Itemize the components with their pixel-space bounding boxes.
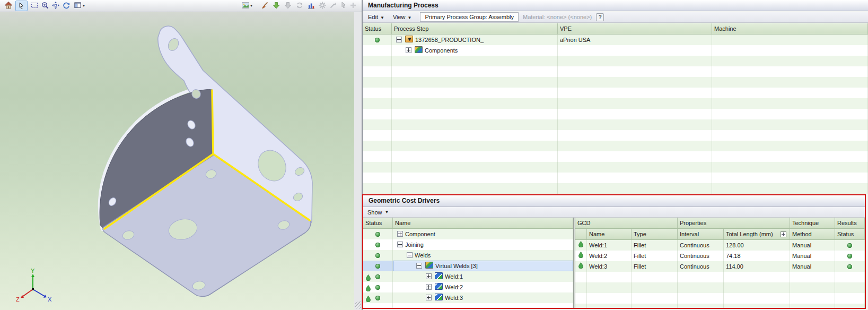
gcd-table-row xyxy=(575,304,865,309)
status-dot xyxy=(375,285,380,290)
right-panel-area: Manufacturing Process Edit▼ View▼ Primar… xyxy=(362,0,868,310)
plus-expander-icon[interactable] xyxy=(426,284,432,290)
gcd-group-results[interactable]: Results xyxy=(835,218,865,228)
status-dot xyxy=(375,243,380,247)
gcd-tree-row[interactable]: Weld:2 xyxy=(363,282,573,292)
weld-droplet-icon xyxy=(366,295,371,303)
marquee-zoom-icon[interactable] xyxy=(30,1,39,11)
home-icon[interactable] xyxy=(4,1,13,11)
weld-icon xyxy=(435,294,443,300)
gcd-panel-annotation: Geometric Cost Drivers Show▼ Status Name… xyxy=(362,194,866,309)
gcd-group-technique[interactable]: Technique xyxy=(790,218,835,228)
plus-expander-icon[interactable] xyxy=(397,231,403,237)
gcd-col-method[interactable]: Method xyxy=(790,229,835,239)
bar-chart-icon[interactable] xyxy=(307,1,316,11)
gcd-panel-title: Geometric Cost Drivers xyxy=(363,195,865,207)
minus-expander-icon[interactable] xyxy=(416,263,422,269)
status-dot xyxy=(847,254,852,259)
pointer-tag-icon[interactable] xyxy=(339,1,348,11)
mp-table-row xyxy=(363,119,868,130)
plus-expander-icon[interactable] xyxy=(406,47,411,53)
gcd-group-properties[interactable]: Properties xyxy=(678,218,790,228)
panel-splitter[interactable] xyxy=(354,12,362,310)
publish-down-arrow-icon[interactable] xyxy=(272,1,281,11)
sync-arrows-icon[interactable] xyxy=(295,1,304,11)
paintbrush-icon[interactable] xyxy=(260,1,269,11)
tree-item-label: Weld:1 xyxy=(445,273,463,280)
virtual-welds-icon xyxy=(425,262,433,269)
minus-expander-icon[interactable] xyxy=(407,252,413,258)
weld-droplet-icon xyxy=(366,273,371,282)
components-icon xyxy=(415,46,423,53)
weld-droplet-icon xyxy=(578,251,583,261)
process-group-button[interactable]: Primary Process Group: Assembly xyxy=(420,12,519,22)
gcd-tree-col-name[interactable]: Name xyxy=(393,218,573,228)
weld-droplet-icon xyxy=(366,284,371,292)
zoom-region-icon[interactable] xyxy=(41,1,50,11)
material-label: Material: <none> (<none>) xyxy=(523,14,592,20)
gcd-tree-row xyxy=(363,303,573,309)
gcd-show-menu[interactable]: Show▼ xyxy=(363,207,865,218)
3d-viewport-canvas[interactable]: Y Z X xyxy=(0,12,354,310)
mp-col-status[interactable]: Status xyxy=(363,23,392,34)
route-arrow-icon[interactable] xyxy=(329,1,338,11)
gcd-tree-col-status[interactable]: Status xyxy=(363,218,393,228)
gcd-tree-row-selected[interactable]: Virtual Welds [3] xyxy=(363,261,573,271)
view-menu-caret-icon: ▼ xyxy=(408,15,412,20)
mp-table-row xyxy=(363,183,868,194)
edit-menu[interactable]: Edit▼ xyxy=(368,14,384,20)
gcd-tree-row[interactable]: Weld:1 xyxy=(363,271,573,282)
tree-name-cell: Welds xyxy=(393,250,573,261)
settings-gear-icon[interactable] xyxy=(318,1,327,11)
gcd-col-name[interactable]: Name xyxy=(587,229,632,239)
capture-image-icon[interactable] xyxy=(241,1,250,11)
download-arrow-icon[interactable] xyxy=(284,1,293,11)
mp-col-machine[interactable]: Machine xyxy=(712,23,868,34)
gcd-table-row[interactable]: Weld:2FilletContinuous74.18Manual xyxy=(575,251,865,261)
view-layout-caret-icon[interactable]: ▾ xyxy=(83,4,85,8)
mp-table-row xyxy=(363,151,868,162)
mp-table-row[interactable]: 1372658_PRODUCTION_aPriori USA xyxy=(363,35,868,45)
capture-image-caret-icon[interactable]: ▾ xyxy=(250,4,252,8)
gcd-tree-row[interactable]: Component xyxy=(363,229,573,239)
status-dot xyxy=(375,296,380,300)
view-layout-dropdown-icon[interactable] xyxy=(74,1,83,11)
help-icon[interactable]: ? xyxy=(596,13,604,21)
gcd-group-gcd[interactable]: GCD xyxy=(575,218,678,228)
mp-table-row[interactable]: Components xyxy=(363,45,868,56)
mp-col-process-step[interactable]: Process Step xyxy=(392,23,558,34)
minus-expander-icon[interactable] xyxy=(396,37,402,42)
mp-table-row xyxy=(363,88,868,98)
mp-table-row xyxy=(363,173,868,183)
mp-col-vpe[interactable]: VPE xyxy=(558,23,712,34)
status-dot xyxy=(375,253,380,258)
tree-item-label: 1372658_PRODUCTION_ xyxy=(415,37,484,43)
select-cursor-icon[interactable] xyxy=(15,1,28,11)
gcd-tree-row[interactable]: Welds xyxy=(363,250,573,261)
gcd-table-row[interactable]: Weld:3FilletContinuous114.00Manual xyxy=(575,261,865,272)
mp-table-header: Status Process Step VPE Machine xyxy=(363,23,868,35)
refresh-icon[interactable] xyxy=(62,1,71,11)
view-menu[interactable]: View▼ xyxy=(393,14,412,20)
tree-name-cell: 1372658_PRODUCTION_ xyxy=(392,35,558,45)
mp-table-row xyxy=(363,130,868,141)
tree-item-label: Virtual Welds [3] xyxy=(435,263,478,269)
add-plus-icon[interactable] xyxy=(349,1,358,11)
aprior-cost-app: ▾ ▾ xyxy=(0,0,868,310)
mp-table-row xyxy=(363,109,868,119)
gcd-col-interval[interactable]: Interval xyxy=(678,229,724,239)
resize-grip-icon[interactable] xyxy=(355,302,361,309)
gcd-col-type[interactable]: Type xyxy=(632,229,678,239)
plus-expander-icon[interactable] xyxy=(426,295,432,300)
fit-view-icon[interactable] xyxy=(51,1,60,11)
gcd-table-row[interactable]: Weld:1FilletContinuous128.00Manual xyxy=(575,240,865,251)
plus-expander-icon[interactable] xyxy=(426,273,432,279)
gcd-col-status[interactable]: Status xyxy=(835,229,865,239)
tree-name-cell: Components xyxy=(392,45,558,56)
gcd-tree-row[interactable]: Joining xyxy=(363,239,573,250)
axis-x-label: X xyxy=(48,296,52,303)
gcd-col-total-length[interactable]: Total Length (mm) xyxy=(724,229,790,239)
column-options-icon[interactable] xyxy=(781,231,786,237)
minus-expander-icon[interactable] xyxy=(397,242,403,247)
gcd-tree-row[interactable]: Weld:3 xyxy=(363,292,573,303)
